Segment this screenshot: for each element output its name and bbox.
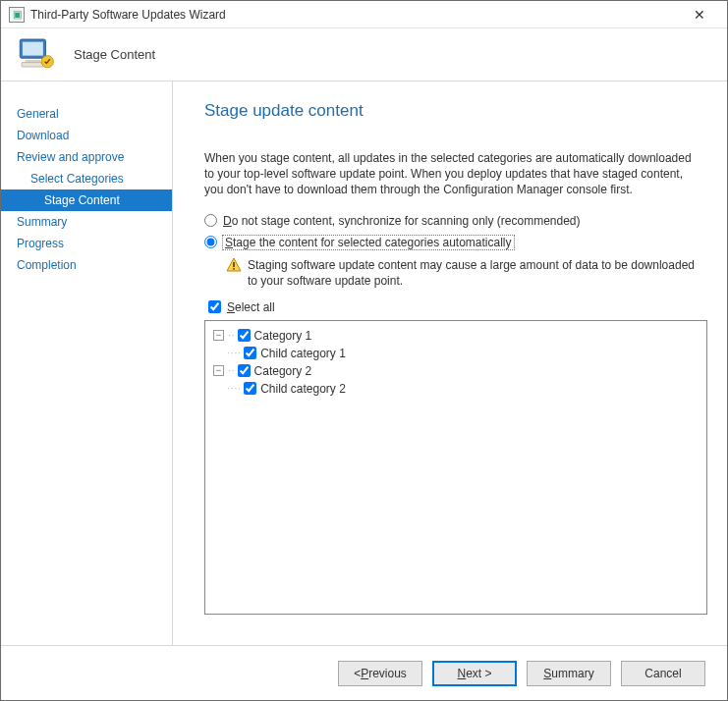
svg-rect-1 (23, 42, 43, 56)
warning-icon (226, 257, 242, 273)
sidebar-item-progress[interactable]: Progress (1, 233, 172, 254)
tree-node-label: Category 2 (254, 362, 312, 380)
wizard-footer: < Previous Next > Summary Cancel (1, 645, 727, 700)
cancel-button[interactable]: Cancel (621, 661, 705, 686)
close-button[interactable]: ✕ (680, 3, 719, 27)
header-page-name: Stage Content (74, 47, 155, 62)
sidebar-item-download[interactable]: Download (1, 125, 172, 146)
header-band: Stage Content (1, 28, 727, 81)
sidebar-item-completion[interactable]: Completion (1, 254, 172, 276)
app-icon: ▣ (9, 7, 25, 23)
radio-stage-row[interactable]: Stage the content for selected categorie… (204, 236, 707, 249)
computer-icon (15, 32, 56, 77)
radio-do-not-stage[interactable] (204, 214, 217, 227)
warning-row: Staging software update content may caus… (226, 257, 707, 289)
titlebar: ▣ Third-Party Software Updates Wizard ✕ (1, 1, 727, 28)
sidebar-item-general[interactable]: General (1, 103, 172, 125)
wizard-body: General Download Review and approve Sele… (1, 81, 727, 645)
summary-button[interactable]: Summary (527, 661, 611, 686)
tree-node-label: Child category 2 (260, 380, 346, 398)
expander-icon[interactable]: − (213, 330, 224, 341)
sidebar-item-select-categories[interactable]: Select Categories (1, 168, 172, 189)
tree-checkbox[interactable] (244, 347, 256, 359)
tree-connector: ···· (227, 345, 242, 362)
sidebar-item-stage-content[interactable]: Stage Content (1, 189, 172, 211)
tree-checkbox[interactable] (244, 382, 256, 395)
radio-do-not-stage-label: Do not stage content, synchronize for sc… (223, 214, 581, 228)
sidebar-item-review[interactable]: Review and approve (1, 146, 172, 168)
svg-rect-5 (233, 262, 235, 267)
tree-node-label: Child category 1 (260, 345, 346, 362)
content-heading: Stage update content (204, 101, 707, 121)
next-button[interactable]: Next > (432, 661, 517, 686)
wizard-window: ▣ Third-Party Software Updates Wizard ✕ … (0, 0, 728, 701)
previous-button[interactable]: < Previous (338, 661, 422, 686)
expander-icon[interactable]: − (213, 365, 224, 376)
sidebar-item-summary[interactable]: Summary (1, 211, 172, 233)
tree-node-category-2[interactable]: − ·· Category 2 (213, 362, 699, 380)
tree-node-child-2[interactable]: ···· Child category 2 (213, 380, 699, 398)
close-icon: ✕ (694, 7, 705, 23)
radio-do-not-stage-row[interactable]: Do not stage content, synchronize for sc… (204, 214, 707, 228)
tree-node-child-1[interactable]: ···· Child category 1 (213, 345, 699, 362)
tree-checkbox[interactable] (238, 329, 251, 342)
tree-checkbox[interactable] (238, 364, 251, 377)
tree-connector: ·· (228, 362, 236, 380)
radio-stage-auto[interactable] (204, 236, 217, 248)
tree-node-category-1[interactable]: − ·· Category 1 (213, 327, 699, 345)
tree-connector: ·· (228, 327, 236, 345)
wizard-sidebar: General Download Review and approve Sele… (1, 81, 173, 645)
tree-connector: ···· (227, 380, 242, 398)
wizard-content: Stage update content When you stage cont… (173, 81, 727, 645)
content-description: When you stage content, all updates in t… (204, 150, 696, 198)
svg-rect-6 (233, 268, 235, 270)
window-title: Third-Party Software Updates Wizard (30, 8, 680, 22)
select-all-label: Select all (227, 300, 275, 314)
category-tree[interactable]: − ·· Category 1 ···· Child category 1 − … (204, 320, 707, 615)
select-all-row[interactable]: Select all (208, 300, 707, 314)
tree-node-label: Category 1 (254, 327, 312, 345)
warning-text: Staging software update content may caus… (248, 257, 700, 289)
select-all-checkbox[interactable] (208, 300, 221, 313)
svg-rect-3 (22, 63, 44, 67)
radio-stage-auto-label: Stage the content for selected categorie… (223, 236, 514, 249)
